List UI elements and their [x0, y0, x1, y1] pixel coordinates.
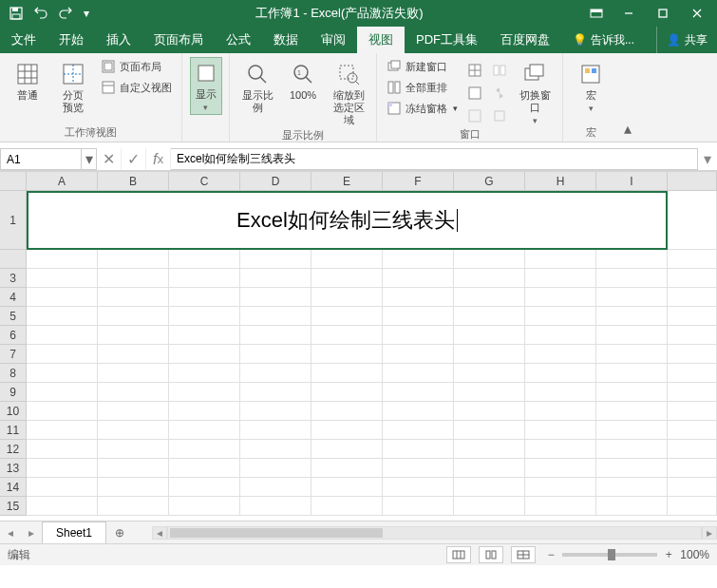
- row-header-9[interactable]: 9: [0, 383, 27, 402]
- cell[interactable]: [98, 250, 169, 269]
- cell[interactable]: [27, 459, 98, 478]
- cell[interactable]: [525, 364, 596, 383]
- row-header-11[interactable]: 11: [0, 421, 27, 440]
- column-header-A[interactable]: A: [27, 172, 98, 191]
- cell[interactable]: [668, 478, 717, 497]
- cell[interactable]: [454, 288, 525, 307]
- cell[interactable]: [668, 383, 717, 402]
- cancel-icon[interactable]: ✕: [97, 148, 122, 170]
- cell[interactable]: [454, 497, 525, 516]
- cell[interactable]: [596, 478, 668, 497]
- cell[interactable]: [311, 497, 383, 516]
- row-header-15[interactable]: 15: [0, 497, 27, 516]
- column-header-extra[interactable]: [668, 172, 717, 191]
- cell[interactable]: [668, 440, 717, 459]
- cell[interactable]: [169, 307, 240, 326]
- cell[interactable]: [454, 478, 525, 497]
- cell[interactable]: [311, 364, 383, 383]
- column-header-H[interactable]: H: [525, 172, 596, 191]
- cell[interactable]: [169, 440, 240, 459]
- cell[interactable]: [596, 269, 668, 288]
- cell[interactable]: [169, 459, 240, 478]
- cell[interactable]: [27, 326, 98, 345]
- freeze-panes-button[interactable]: 冻结窗格▾: [385, 99, 460, 118]
- cell[interactable]: [98, 383, 169, 402]
- cell[interactable]: [525, 250, 596, 269]
- maximize-button[interactable]: [647, 3, 679, 24]
- cell[interactable]: [668, 269, 717, 288]
- cell[interactable]: [169, 402, 240, 421]
- cell[interactable]: [27, 383, 98, 402]
- tab-baidu[interactable]: 百度网盘: [489, 27, 561, 53]
- share-button[interactable]: 👤共享: [656, 27, 717, 53]
- row-header-2[interactable]: [0, 250, 27, 269]
- cell[interactable]: [383, 364, 454, 383]
- cell[interactable]: [169, 345, 240, 364]
- cell[interactable]: [311, 383, 383, 402]
- pagebreak-view-status-button[interactable]: [511, 546, 536, 563]
- cell[interactable]: [311, 459, 383, 478]
- cell[interactable]: [454, 421, 525, 440]
- pagelayout-view-button[interactable]: 页面布局: [99, 57, 174, 76]
- tab-view[interactable]: 视图: [357, 27, 405, 53]
- normal-view-button[interactable]: 普通: [8, 57, 47, 102]
- close-button[interactable]: [681, 3, 713, 24]
- cell[interactable]: [454, 402, 525, 421]
- cell[interactable]: [240, 288, 311, 307]
- cell[interactable]: [27, 497, 98, 516]
- column-header-B[interactable]: B: [98, 172, 169, 191]
- tab-formulas[interactable]: 公式: [215, 27, 262, 53]
- tab-review[interactable]: 审阅: [310, 27, 357, 53]
- cell[interactable]: [98, 497, 169, 516]
- cell[interactable]: [240, 497, 311, 516]
- select-all-corner[interactable]: [0, 172, 27, 191]
- row-header-4[interactable]: 4: [0, 288, 27, 307]
- cell[interactable]: [525, 497, 596, 516]
- cell[interactable]: [240, 345, 311, 364]
- macros-button[interactable]: 宏 ▾: [571, 57, 611, 113]
- cell[interactable]: [668, 364, 717, 383]
- minimize-button[interactable]: [613, 3, 645, 24]
- cell[interactable]: [27, 288, 98, 307]
- cell[interactable]: [525, 459, 596, 478]
- cell[interactable]: [668, 421, 717, 440]
- normal-view-status-button[interactable]: [446, 546, 471, 563]
- row-header-7[interactable]: 7: [0, 345, 27, 364]
- cell[interactable]: [311, 421, 383, 440]
- zoom-100-button[interactable]: 1 100%: [283, 57, 323, 102]
- cell[interactable]: [668, 250, 717, 269]
- cell[interactable]: [27, 421, 98, 440]
- custom-views-button[interactable]: 自定义视图: [99, 78, 174, 97]
- cell[interactable]: [596, 383, 668, 402]
- column-header-G[interactable]: G: [454, 172, 525, 191]
- cell[interactable]: [98, 269, 169, 288]
- column-header-F[interactable]: F: [383, 172, 454, 191]
- cell[interactable]: [668, 459, 717, 478]
- save-icon[interactable]: [6, 3, 27, 24]
- tab-insert[interactable]: 插入: [95, 27, 142, 53]
- row-header-5[interactable]: 5: [0, 307, 27, 326]
- cell[interactable]: [169, 364, 240, 383]
- fx-icon[interactable]: fx: [146, 148, 171, 170]
- sync-scroll-button[interactable]: [490, 84, 509, 103]
- cell[interactable]: [454, 345, 525, 364]
- cell[interactable]: [98, 402, 169, 421]
- cell[interactable]: [240, 383, 311, 402]
- cell[interactable]: [668, 345, 717, 364]
- cell[interactable]: [311, 440, 383, 459]
- cell[interactable]: [240, 478, 311, 497]
- cell[interactable]: [668, 497, 717, 516]
- cell[interactable]: [311, 345, 383, 364]
- cell[interactable]: [525, 326, 596, 345]
- cell[interactable]: [596, 402, 668, 421]
- cell[interactable]: [596, 326, 668, 345]
- cell[interactable]: [383, 345, 454, 364]
- cell[interactable]: [240, 250, 311, 269]
- cell[interactable]: [27, 345, 98, 364]
- cell[interactable]: [525, 402, 596, 421]
- qat-customize-icon[interactable]: ▾: [80, 3, 93, 24]
- show-button[interactable]: 显示 ▾: [190, 57, 222, 115]
- tab-pdftools[interactable]: PDF工具集: [405, 27, 489, 53]
- pagebreak-preview-button[interactable]: 分页 预览: [53, 57, 93, 114]
- cell[interactable]: [169, 421, 240, 440]
